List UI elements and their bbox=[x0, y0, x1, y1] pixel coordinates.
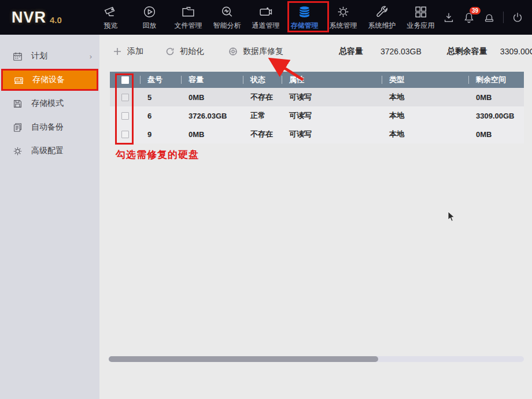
total-free-label: 总剩余容量 bbox=[447, 46, 487, 57]
table-row[interactable]: 6 3726.03GB 正常 可读写 本地 3309.00GB bbox=[110, 106, 524, 125]
sidebar-item-storage-device[interactable]: 存储设备 bbox=[1, 69, 98, 91]
cell-capacity: 0MB bbox=[181, 130, 243, 139]
cell-free-space: 0MB bbox=[468, 130, 524, 139]
select-all-checkbox-cell[interactable] bbox=[110, 72, 140, 88]
tab-channel-management[interactable]: 通道管理 bbox=[246, 0, 285, 35]
tab-playback[interactable]: 回放 bbox=[130, 0, 169, 35]
scrollbar-thumb[interactable] bbox=[109, 356, 378, 362]
cell-status: 正常 bbox=[243, 110, 282, 121]
alarm-button[interactable] bbox=[483, 11, 496, 24]
row-checkbox[interactable] bbox=[121, 131, 129, 138]
database-repair-button[interactable]: 数据库修复 bbox=[228, 46, 283, 57]
tab-label: 业务应用 bbox=[407, 21, 435, 31]
sidebar-item-label: 自动备份 bbox=[31, 122, 64, 132]
plus-icon bbox=[113, 47, 122, 56]
cell-free-space: 0MB bbox=[468, 93, 524, 102]
chevron-right-icon: › bbox=[90, 52, 92, 61]
topbar-right-icons: 39 bbox=[442, 0, 532, 35]
playback-icon bbox=[142, 5, 157, 19]
table-row[interactable]: 9 0MB 不存在 可读写 本地 0MB bbox=[110, 125, 524, 143]
add-button-label: 添加 bbox=[127, 46, 143, 57]
tab-system-maintenance[interactable]: 系统维护 bbox=[363, 0, 401, 35]
notification-bell-button[interactable]: 39 bbox=[463, 11, 475, 24]
top-bar: NVR 4.0 预览 回放 文件管理 智能分析 通道管理 存储管理 bbox=[0, 0, 532, 35]
sidebar-item-auto-backup[interactable]: 自动备份 bbox=[0, 116, 99, 138]
row-checkbox[interactable] bbox=[121, 94, 129, 101]
tab-label: 系统维护 bbox=[368, 21, 396, 31]
row-checkbox-cell[interactable] bbox=[110, 112, 140, 120]
tab-label: 智能分析 bbox=[213, 21, 241, 31]
notification-badge: 39 bbox=[470, 7, 481, 14]
tab-label: 通道管理 bbox=[252, 21, 280, 31]
header-status: 状态 bbox=[243, 72, 282, 88]
tab-file-management[interactable]: 文件管理 bbox=[169, 0, 208, 35]
cell-status: 不存在 bbox=[243, 129, 282, 139]
disk-table: 盘号 容量 状态 属性 类型 剩余空间 5 0MB 不存在 可读写 本地 0MB… bbox=[110, 72, 524, 143]
logo-text: NVR bbox=[12, 9, 46, 27]
sidebar-item-label: 存储设备 bbox=[32, 75, 65, 85]
cell-free-space: 3309.00GB bbox=[468, 112, 524, 120]
database-repair-label: 数据库修复 bbox=[243, 46, 283, 57]
header-property: 属性 bbox=[282, 72, 382, 88]
header-free-space: 剩余空间 bbox=[468, 72, 524, 88]
initialize-button-label: 初始化 bbox=[180, 46, 204, 57]
row-checkbox[interactable] bbox=[121, 112, 129, 120]
initialize-button[interactable]: 初始化 bbox=[165, 46, 204, 57]
document-icon bbox=[12, 122, 23, 133]
tab-smart-analysis[interactable]: 智能分析 bbox=[208, 0, 246, 35]
main-content: 添加 初始化 数据库修复 总容量 3726.03GB 总剩余容量 3309.00… bbox=[99, 35, 532, 399]
sidebar-item-plan[interactable]: 计划 › bbox=[0, 45, 99, 67]
channel-camera-icon bbox=[258, 5, 273, 19]
sidebar-item-advanced-config[interactable]: 高级配置 bbox=[0, 140, 99, 162]
cell-property: 可读写 bbox=[282, 92, 382, 102]
sidebar-item-label: 高级配置 bbox=[31, 146, 64, 156]
toolbar: 添加 初始化 数据库修复 总容量 3726.03GB 总剩余容量 3309.00… bbox=[99, 35, 532, 68]
tab-preview[interactable]: 预览 bbox=[91, 0, 130, 35]
tab-label: 存储管理 bbox=[291, 21, 319, 31]
refresh-icon bbox=[165, 47, 175, 56]
total-capacity-label: 总容量 bbox=[339, 46, 363, 57]
folder-icon bbox=[181, 5, 195, 19]
row-checkbox-cell[interactable] bbox=[110, 131, 140, 138]
gear-icon bbox=[12, 146, 23, 157]
sidebar: 计划 › 存储设备 存储模式 自动备份 高级配置 bbox=[0, 35, 99, 399]
cell-type: 本地 bbox=[382, 92, 468, 102]
annotation-hint-text: 勾选需修复的硬盘 bbox=[116, 148, 199, 161]
main-nav: 预览 回放 文件管理 智能分析 通道管理 存储管理 系统管理 系统维护 bbox=[91, 0, 440, 35]
logo-version: 4.0 bbox=[50, 15, 62, 25]
cell-type: 本地 bbox=[382, 129, 468, 139]
cctv-camera-icon bbox=[104, 5, 118, 19]
power-button[interactable] bbox=[511, 11, 524, 24]
cell-type: 本地 bbox=[382, 110, 468, 121]
database-icon bbox=[297, 5, 312, 19]
power-icon bbox=[511, 11, 524, 24]
sidebar-item-storage-mode[interactable]: 存储模式 bbox=[0, 93, 99, 114]
hdd-icon bbox=[13, 75, 24, 86]
total-capacity-value: 3726.03GB bbox=[380, 47, 422, 56]
cell-type: 可读写 bbox=[282, 129, 382, 139]
horizontal-scrollbar[interactable] bbox=[109, 356, 524, 362]
row-checkbox-cell[interactable] bbox=[110, 94, 140, 101]
cell-disk-no: 9 bbox=[140, 130, 181, 139]
header-disk-no: 盘号 bbox=[140, 72, 181, 88]
select-all-checkbox[interactable] bbox=[121, 76, 129, 84]
alarm-icon bbox=[483, 11, 496, 24]
tab-business-apps[interactable]: 业务应用 bbox=[401, 0, 440, 35]
tab-system-management[interactable]: 系统管理 bbox=[324, 0, 363, 35]
mouse-cursor bbox=[447, 211, 456, 223]
header-type: 类型 bbox=[382, 72, 468, 88]
total-free-value: 3309.00GB bbox=[500, 47, 532, 56]
add-button[interactable]: 添加 bbox=[113, 46, 143, 57]
download-button[interactable] bbox=[442, 11, 455, 24]
floppy-icon bbox=[12, 98, 23, 109]
gear-circle-icon bbox=[228, 47, 238, 56]
apps-grid-icon bbox=[413, 5, 428, 19]
analysis-magnifier-icon bbox=[220, 5, 234, 19]
calendar-icon bbox=[12, 51, 23, 62]
cell-disk-no: 5 bbox=[140, 93, 181, 102]
tab-storage-management[interactable]: 存储管理 bbox=[285, 0, 324, 35]
table-row[interactable]: 5 0MB 不存在 可读写 本地 0MB bbox=[110, 88, 524, 106]
tab-label: 文件管理 bbox=[175, 21, 202, 31]
cell-capacity: 0MB bbox=[181, 93, 243, 102]
header-capacity: 容量 bbox=[181, 72, 243, 88]
